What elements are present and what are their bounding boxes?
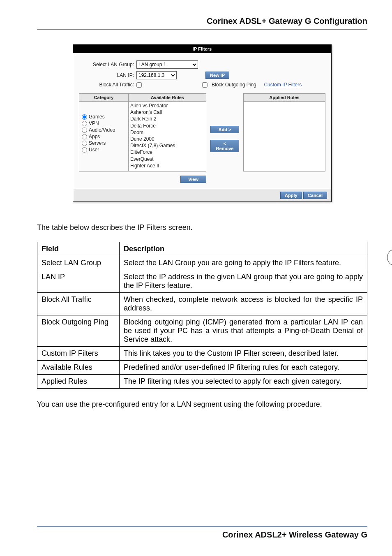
category-label: VPN bbox=[89, 120, 99, 126]
category-radio-av[interactable] bbox=[82, 127, 87, 133]
page-footer: Corinex ADSL2+ Wireless Gateway G bbox=[37, 526, 367, 540]
category-radio-apps[interactable] bbox=[82, 134, 87, 139]
select-lan-group[interactable]: LAN group 1 bbox=[136, 60, 198, 69]
list-item[interactable]: Dune 2000 bbox=[130, 136, 204, 142]
table-row: LAN IP Select the IP address in the give… bbox=[37, 270, 367, 293]
category-radio-servers[interactable] bbox=[82, 141, 87, 146]
applied-rules-list[interactable] bbox=[243, 102, 325, 171]
category-list: Games VPN Audio/Video Apps Servers User bbox=[79, 102, 128, 171]
intro-text: The table below describes the IP Filters… bbox=[37, 222, 367, 233]
table-cell-field: Applied Rules bbox=[37, 375, 120, 389]
table-header-desc: Description bbox=[120, 242, 367, 256]
table-cell-field: Select LAN Group bbox=[37, 256, 120, 270]
description-table: Field Description Select LAN Group Selec… bbox=[37, 242, 367, 389]
apply-button[interactable]: Apply bbox=[280, 192, 302, 199]
table-cell-field: Available Rules bbox=[37, 361, 120, 375]
add-button[interactable]: Add > bbox=[210, 126, 239, 133]
table-row: Block Outgoing Ping Blocking outgoing pi… bbox=[37, 315, 367, 347]
category-label: Games bbox=[89, 114, 105, 120]
table-cell-desc: The IP filtering rules you selected to a… bbox=[120, 375, 367, 389]
new-ip-button[interactable]: New IP bbox=[205, 72, 229, 79]
list-item[interactable]: Dark Rein 2 bbox=[130, 116, 204, 122]
page-number-badge: 70 bbox=[387, 249, 392, 266]
applied-rules-header: Applied Rules bbox=[243, 93, 325, 102]
lan-ip-label: LAN IP: bbox=[79, 72, 136, 78]
view-button[interactable]: View bbox=[180, 176, 206, 183]
cancel-button[interactable]: Cancel bbox=[303, 192, 327, 199]
table-header-field: Field bbox=[37, 242, 120, 256]
table-cell-field: LAN IP bbox=[37, 270, 120, 293]
list-item[interactable]: DirectX (7,8) Games bbox=[130, 142, 204, 149]
page-header: Corinex ADSL+ Gateway G Configuration bbox=[37, 16, 367, 30]
category-label: Servers bbox=[89, 140, 106, 146]
table-cell-desc: Select the LAN Group you are going to ap… bbox=[120, 256, 367, 270]
category-label: User bbox=[89, 147, 99, 153]
table-row: Custom IP Filters This link takes you to… bbox=[37, 347, 367, 361]
lan-ip-select[interactable]: 192.168.1.3 bbox=[136, 71, 177, 79]
category-header: Category bbox=[79, 93, 128, 102]
block-outgoing-label: Block Outgoing Ping bbox=[212, 82, 256, 88]
category-radio-user[interactable] bbox=[82, 147, 87, 153]
list-item[interactable]: EverQuest bbox=[130, 156, 204, 162]
table-cell-desc: Select the IP address in the given LAN g… bbox=[120, 270, 367, 293]
remove-button[interactable]: < Remove bbox=[210, 140, 239, 152]
list-item[interactable]: Delta Force bbox=[130, 123, 204, 129]
category-label: Audio/Video bbox=[89, 127, 115, 133]
table-cell-desc: Predefined and/or user-defined IP filter… bbox=[120, 361, 367, 375]
select-lan-label: Select LAN Group: bbox=[79, 62, 136, 67]
custom-ip-filters-link[interactable]: Custom IP Filters bbox=[264, 82, 302, 88]
table-cell-desc: This link takes you to the Custom IP Fil… bbox=[120, 347, 367, 361]
table-row: Select LAN Group Select the LAN Group yo… bbox=[37, 256, 367, 270]
category-radio-games[interactable] bbox=[82, 114, 87, 120]
list-item[interactable]: Fighter Ace II bbox=[130, 162, 204, 169]
block-all-label: Block All Traffic: bbox=[79, 82, 136, 88]
table-row: Block All Traffic When checked, complete… bbox=[37, 293, 367, 315]
table-cell-field: Block All Traffic bbox=[37, 293, 120, 315]
available-rules-list[interactable]: Alien vs Predator Asheron's Call Dark Re… bbox=[128, 102, 206, 171]
category-label: Apps bbox=[89, 134, 100, 139]
list-item[interactable]: Alien vs Predator bbox=[130, 102, 204, 109]
block-all-checkbox[interactable] bbox=[136, 82, 142, 88]
list-item[interactable]: Doom bbox=[130, 129, 204, 136]
outro-text: You can use the pre-configured entry for… bbox=[37, 399, 367, 410]
table-cell-field: Custom IP Filters bbox=[37, 347, 120, 361]
category-radio-vpn[interactable] bbox=[82, 121, 87, 126]
table-row: Applied Rules The IP filtering rules you… bbox=[37, 375, 367, 389]
block-outgoing-checkbox[interactable] bbox=[202, 82, 208, 88]
list-item[interactable]: EliteForce bbox=[130, 149, 204, 155]
table-row: Available Rules Predefined and/or user-d… bbox=[37, 361, 367, 375]
ip-filters-panel: IP Filters Select LAN Group: LAN group 1… bbox=[73, 44, 332, 202]
table-cell-field: Block Outgoing Ping bbox=[37, 315, 120, 347]
table-cell-desc: Blocking outgoing ping (ICMP) generated … bbox=[120, 315, 367, 347]
available-rules-header: Available Rules bbox=[128, 93, 206, 102]
table-cell-desc: When checked, complete network access is… bbox=[120, 293, 367, 315]
list-item[interactable]: Asheron's Call bbox=[130, 109, 204, 116]
panel-title: IP Filters bbox=[73, 45, 331, 53]
